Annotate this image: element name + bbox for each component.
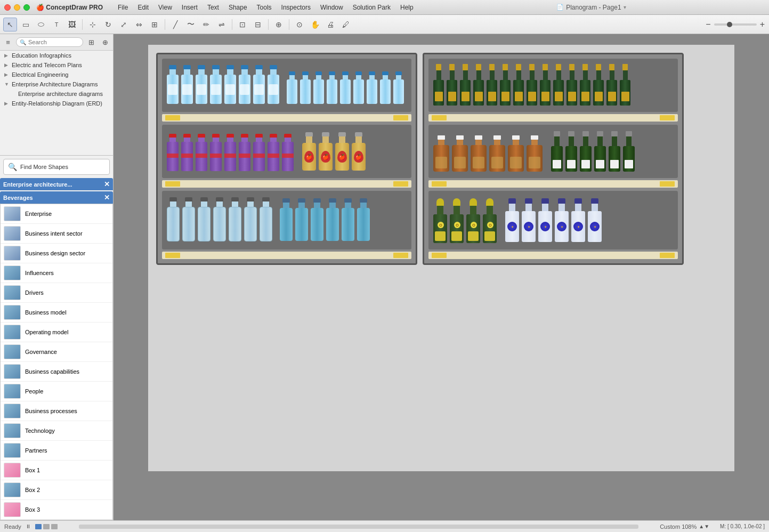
- purple-bottle-5[interactable]: [224, 134, 237, 174]
- water-bottle-sm-9[interactable]: [393, 71, 404, 108]
- nav-item-enterprise-sub[interactable]: Enterprise architecture diagrams: [0, 89, 113, 99]
- water-bottle-tall-7[interactable]: [253, 65, 265, 108]
- large-water-1[interactable]: [166, 197, 180, 245]
- nav-item-electrical[interactable]: ▶ Electrical Engineering: [0, 70, 113, 79]
- large-water-3[interactable]: [197, 197, 211, 245]
- page-navigation[interactable]: [35, 524, 58, 529]
- purple-bottle-4[interactable]: [209, 134, 222, 174]
- eyedropper-tool[interactable]: 🖊: [339, 18, 353, 31]
- green-wine-1[interactable]: [551, 131, 563, 174]
- large-water-7[interactable]: [259, 197, 273, 245]
- whiskey-3[interactable]: [470, 135, 487, 174]
- water-bottle-tall-6[interactable]: [238, 65, 251, 108]
- apple-bottle-3[interactable]: 🍎: [335, 132, 350, 174]
- pen-tool[interactable]: ✏: [199, 18, 213, 31]
- minimize-button[interactable]: [14, 4, 20, 11]
- purple-bottle-9[interactable]: [281, 134, 294, 174]
- large-water-4[interactable]: [213, 197, 226, 245]
- large-water-2[interactable]: [182, 197, 196, 245]
- water-bottle-tall-2[interactable]: [181, 65, 193, 108]
- dark-wine-15[interactable]: [619, 64, 631, 108]
- water-bottle-sm-2[interactable]: [299, 71, 311, 108]
- connector-tool[interactable]: ⇌: [215, 18, 229, 31]
- hand-tool[interactable]: ✋: [308, 18, 322, 31]
- champ-2[interactable]: O: [449, 198, 464, 245]
- horizontal-scrollbar[interactable]: [79, 525, 638, 529]
- water-bottle-sm-3[interactable]: [313, 71, 325, 108]
- shape-item-enterprise[interactable]: Enterprise: [1, 204, 112, 224]
- cyan-water-2[interactable]: [295, 198, 309, 245]
- dark-wine-3[interactable]: [459, 64, 471, 108]
- vodka-4[interactable]: ✦: [554, 198, 569, 245]
- library-close-enterprise[interactable]: ✕: [104, 180, 110, 188]
- layer-tool[interactable]: ⊕: [272, 18, 286, 31]
- sidebar-list-view[interactable]: ≡: [2, 36, 14, 48]
- dark-wine-6[interactable]: [499, 64, 511, 108]
- zoom-in-button[interactable]: +: [759, 19, 766, 30]
- shape-item-people[interactable]: People: [1, 382, 112, 401]
- menu-shape[interactable]: Shape: [224, 3, 252, 12]
- menu-file[interactable]: File: [114, 3, 132, 12]
- water-bottle-sm-7[interactable]: [366, 71, 378, 108]
- water-bottle-sm-5[interactable]: [339, 71, 351, 108]
- whiskey-6[interactable]: [526, 135, 543, 174]
- cyan-water-1[interactable]: [279, 198, 293, 245]
- water-bottle-tall-8[interactable]: [267, 65, 280, 108]
- shape-item-technology[interactable]: Technology: [1, 421, 112, 441]
- sidebar-search-button[interactable]: ⊕: [99, 36, 111, 48]
- purple-bottle-6[interactable]: [238, 134, 251, 174]
- menu-insert[interactable]: Insert: [177, 3, 202, 12]
- shape-item-business-design[interactable]: Business design sector: [1, 244, 112, 263]
- menu-window[interactable]: Window: [316, 3, 347, 12]
- apple-bottle-4[interactable]: 🍎: [351, 132, 366, 174]
- purple-bottle-1[interactable]: [166, 134, 179, 174]
- menu-view[interactable]: View: [154, 3, 176, 12]
- vodka-5[interactable]: ✦: [571, 198, 586, 245]
- scale-tool[interactable]: ⤢: [117, 18, 131, 31]
- shape-item-processes[interactable]: Business processes: [1, 401, 112, 421]
- shape-item-partners[interactable]: Partners: [1, 441, 112, 461]
- vodka-3[interactable]: ✦: [538, 198, 553, 245]
- shape-item-box2[interactable]: Box 2: [1, 480, 112, 500]
- green-wine-6[interactable]: [622, 131, 635, 174]
- page-1-dot[interactable]: [35, 524, 42, 529]
- shape-item-governance[interactable]: Governance: [1, 342, 112, 362]
- dark-wine-4[interactable]: [473, 64, 484, 108]
- menu-text[interactable]: Text: [203, 3, 223, 12]
- dark-wine-10[interactable]: [553, 64, 564, 108]
- close-button[interactable]: [4, 4, 11, 11]
- cyan-water-3[interactable]: [310, 198, 324, 245]
- purple-bottle-8[interactable]: [267, 134, 280, 174]
- whiskey-1[interactable]: [433, 135, 450, 174]
- dark-wine-13[interactable]: [593, 64, 604, 108]
- purple-bottle-3[interactable]: [195, 134, 208, 174]
- rotate-tool[interactable]: ↻: [101, 18, 115, 31]
- library-close-beverages[interactable]: ✕: [104, 194, 110, 201]
- water-bottle-tall-3[interactable]: [195, 65, 208, 108]
- shape-item-influencers[interactable]: Influencers: [1, 263, 112, 283]
- water-bottle-sm-6[interactable]: [353, 71, 365, 108]
- champ-3[interactable]: O: [466, 198, 481, 245]
- vodka-1[interactable]: ✦: [505, 198, 520, 245]
- zoom-stepper[interactable]: ▲▼: [699, 523, 709, 529]
- champ-1[interactable]: O: [433, 198, 448, 245]
- library-header-enterprise[interactable]: Enterprise architecture... ✕: [0, 178, 113, 190]
- green-wine-2[interactable]: [565, 131, 578, 174]
- group-tool[interactable]: ⊡: [236, 18, 249, 31]
- water-bottle-tall-5[interactable]: [224, 65, 237, 108]
- print-tool[interactable]: 🖨: [323, 18, 337, 31]
- search-box[interactable]: 🔍: [16, 37, 83, 47]
- shape-item-operating[interactable]: Operating model: [1, 323, 112, 342]
- menu-inspectors[interactable]: Inspectors: [277, 3, 315, 12]
- shape-item-box3[interactable]: Box 3: [1, 500, 112, 520]
- water-bottle-tall-4[interactable]: [209, 65, 222, 108]
- page-2-dot[interactable]: [43, 524, 50, 529]
- ellipse-tool[interactable]: ⬭: [34, 18, 48, 31]
- nav-item-electric[interactable]: ▶ Electric and Telecom Plans: [0, 60, 113, 70]
- shape-item-box1[interactable]: Box 1: [1, 461, 112, 480]
- image-tool[interactable]: 🖼: [65, 18, 79, 31]
- dark-wine-5[interactable]: [486, 64, 498, 108]
- library-header-beverages[interactable]: Beverages ✕: [0, 191, 113, 204]
- water-bottle-tall-1[interactable]: [166, 65, 179, 108]
- dark-wine-12[interactable]: [579, 64, 591, 108]
